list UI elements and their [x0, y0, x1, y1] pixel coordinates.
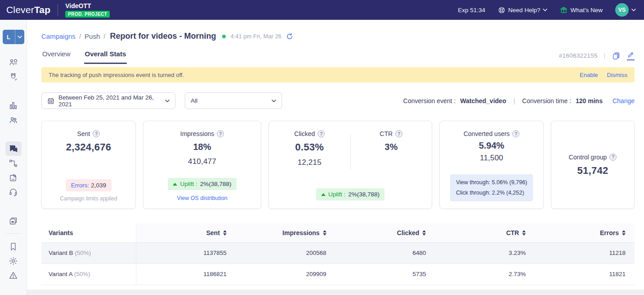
converted-users-card: Converted users? 5.94% 11,500 View throu…: [439, 121, 544, 209]
help-icon[interactable]: ?: [318, 130, 325, 137]
conversion-settings: Conversion event : Watched_video | Conve…: [403, 97, 635, 104]
stats-cards-row: Sent? 2,324,676 Errors:2,039 Campaign li…: [41, 121, 635, 209]
clevertap-logo[interactable]: CleverTap: [6, 5, 50, 15]
navbar-right: Exp 51:34 Need Help? What's New V: [458, 3, 636, 17]
copy-icon[interactable]: [612, 51, 621, 60]
breadcrumb-campaigns[interactable]: Campaigns: [41, 32, 76, 40]
sidebar-item-pages[interactable]: [5, 170, 22, 185]
date-range-picker[interactable]: Between Feb 25, 2021 and Mar 26, 2021: [41, 92, 175, 109]
app-root: CleverTap VideOTT PROD. PROJECT Exp 51:3…: [0, 0, 644, 295]
table-row-variant-b[interactable]: Variant B (50%) 1137855 200568 6480 3.23…: [41, 242, 635, 263]
help-icon[interactable]: ?: [609, 154, 617, 161]
cell-ctr: 2.73%: [435, 263, 535, 285]
project-switcher[interactable]: VideOTT PROD. PROJECT: [65, 3, 110, 18]
whats-new-menu[interactable]: What's New: [560, 6, 603, 14]
sidebar-item-analytics[interactable]: [5, 98, 22, 113]
tab-overall-stats[interactable]: Overall Stats: [84, 50, 127, 64]
cell-clicked: 5735: [335, 263, 435, 285]
sort-icon[interactable]: [422, 230, 426, 236]
sort-icon[interactable]: [622, 230, 626, 236]
sidebar-item-alerts[interactable]: [5, 268, 22, 282]
col-header-label: Clicked: [397, 229, 420, 236]
dismiss-link[interactable]: Dismiss: [607, 72, 628, 78]
clicked-section: Clicked? 0.53% 12,215: [269, 121, 350, 188]
edit-icon[interactable]: [627, 51, 635, 60]
sidebar-item-settings[interactable]: [5, 254, 22, 268]
sort-icon[interactable]: [522, 230, 526, 236]
user-menu[interactable]: VS: [615, 3, 636, 17]
journeys-icon: [9, 159, 18, 168]
breadcrumb-separator: /: [103, 32, 105, 40]
impressions-uplift-badge: Uplift :2%(38,788): [168, 178, 236, 190]
sidebar-item-contacts[interactable]: [5, 55, 22, 69]
col-header-variants: Variants: [41, 223, 136, 242]
sidebar-item-boards[interactable]: [5, 213, 22, 228]
top-navbar: CleverTap VideOTT PROD. PROJECT Exp 51:3…: [0, 0, 644, 20]
change-link[interactable]: Change: [613, 97, 635, 104]
target-filter-value: All: [191, 97, 197, 104]
errors-badge[interactable]: Errors:2,039: [66, 179, 112, 191]
sidebar-item-acquisition[interactable]: [5, 69, 22, 84]
sent-card: Sent? 2,324,676 Errors:2,039 Campaign li…: [41, 121, 136, 209]
enable-link[interactable]: Enable: [580, 72, 598, 78]
errors-label: Errors:: [71, 182, 89, 189]
help-icon[interactable]: ?: [217, 130, 224, 137]
live-status-dot: [222, 35, 226, 38]
need-help-menu[interactable]: Need Help?: [498, 6, 547, 14]
col-header-errors[interactable]: Errors: [535, 223, 635, 242]
conversion-time-value: 120 mins: [576, 97, 603, 104]
impressions-percent: 18%: [193, 142, 211, 152]
ctr-section: CTR? 3%: [351, 121, 432, 188]
report-tabs: Overview Overall Stats #1606322155 |: [41, 50, 635, 64]
ctr-percent: 3%: [385, 142, 398, 152]
refresh-icon[interactable]: [286, 33, 293, 40]
navbar-left: CleverTap VideOTT PROD. PROJECT: [6, 3, 110, 18]
clicked-value: 12,215: [298, 158, 322, 167]
col-header-ctr[interactable]: CTR: [435, 223, 535, 242]
clicked-uplift-badge: Uplift :2%(38,788): [316, 188, 385, 200]
campaign-id: #1606322155: [559, 52, 598, 59]
date-range-value: Between Feb 25, 2021 and Mar 26, 2021: [58, 94, 161, 108]
chevron-down-icon: [15, 30, 24, 44]
help-icon[interactable]: ?: [395, 130, 402, 137]
cell-ctr: 3.23%: [435, 242, 535, 263]
impressions-card: Impressions? 18% 410,477 Uplift :2%(38,7…: [143, 121, 261, 209]
uplift-label: Uplift :: [180, 181, 197, 187]
target-filter-select[interactable]: All: [185, 92, 282, 109]
cell-errors: 11218: [535, 242, 635, 263]
col-header-sent[interactable]: Sent: [136, 223, 236, 242]
tab-overview[interactable]: Overview: [41, 50, 72, 64]
report-timestamp: 4:41 pm Fri, Mar 26: [230, 33, 281, 40]
uplift-value: 2%(38,788): [200, 181, 232, 187]
control-group-label: Control group: [569, 154, 607, 161]
sidebar-item-bookmarks[interactable]: [5, 239, 22, 254]
view-os-distribution-link[interactable]: View OS distribution: [177, 195, 227, 201]
col-header-clicked[interactable]: Clicked: [335, 223, 435, 242]
avatar[interactable]: VS: [615, 3, 629, 17]
col-header-label: Errors: [600, 229, 619, 236]
account-switcher[interactable]: L: [3, 30, 24, 44]
control-group-value: 51,742: [577, 165, 608, 177]
uplift-value: 2%(38,788): [348, 191, 380, 198]
help-icon[interactable]: ?: [512, 130, 519, 137]
conversion-event-label: Conversion event :: [403, 97, 456, 104]
sidebar-item-campaigns[interactable]: [5, 141, 22, 156]
impressions-tracking-banner: The tracking of push impressions event i…: [41, 67, 635, 82]
life-ring-icon: [498, 6, 505, 14]
col-header-impressions[interactable]: Impressions: [236, 223, 335, 242]
impressions-label: Impressions: [180, 130, 214, 137]
help-icon[interactable]: ?: [93, 130, 100, 137]
sidebar-item-segments[interactable]: [5, 113, 22, 127]
variant-split: (50%): [75, 250, 91, 256]
converted-value: 11,500: [480, 154, 503, 163]
table-row-variant-a[interactable]: Variant A (50%) 1186821 209909 5735 2.73…: [41, 263, 635, 285]
sidebar-item-support[interactable]: [5, 185, 22, 199]
project-name: VideOTT: [65, 3, 110, 9]
headset-icon: [9, 187, 18, 197]
sidebar-item-journeys[interactable]: [5, 156, 22, 170]
whats-new-label: What's New: [570, 7, 603, 14]
sort-icon[interactable]: [223, 230, 227, 236]
uplift-arrow-icon: [173, 183, 177, 186]
sort-icon[interactable]: [323, 230, 326, 236]
col-header-label: CTR: [506, 229, 519, 236]
